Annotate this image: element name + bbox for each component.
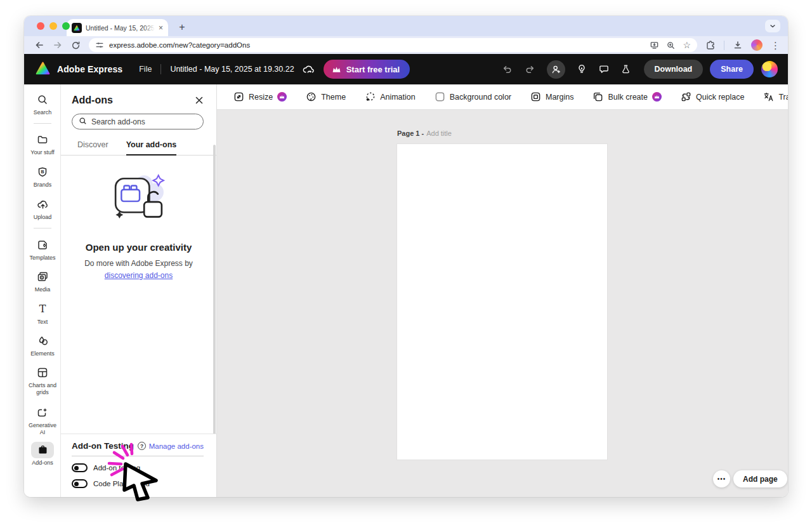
window-controls[interactable] (37, 22, 70, 30)
document-page[interactable] (397, 144, 607, 460)
margins-button[interactable]: Margins (530, 91, 573, 102)
add-page-button[interactable]: Add page (733, 470, 787, 487)
page-label[interactable]: Page 1 -Add title (397, 129, 452, 137)
maximize-window-button[interactable] (62, 22, 70, 30)
text-icon: T (33, 302, 52, 316)
divider (72, 456, 204, 456)
sidebar-item-your-stuff[interactable]: Your stuff (24, 133, 61, 156)
sidebar-item-text[interactable]: T Text (24, 302, 61, 326)
url-text[interactable]: express.adobe.com/new?category=addOns (109, 41, 645, 49)
premium-crown-icon (652, 92, 662, 102)
folder-icon (33, 133, 52, 147)
tab-search-chevron-icon[interactable] (765, 20, 780, 32)
account-avatar[interactable] (761, 61, 778, 77)
browser-profile-avatar[interactable] (751, 39, 763, 51)
tab-strip: Untitled - May 15, 2025 at 19.30.22 × + (24, 16, 788, 36)
background-color-button[interactable]: Background color (435, 91, 511, 102)
site-info-icon[interactable] (95, 41, 104, 50)
tab-discover[interactable]: Discover (77, 140, 108, 155)
brand-shield-icon: B (33, 165, 52, 179)
undo-icon[interactable] (501, 63, 513, 76)
manage-add-ons-link[interactable]: Manage add-ons (149, 442, 204, 450)
svg-text:B: B (41, 169, 44, 174)
forward-icon[interactable] (53, 40, 63, 50)
canvas-area[interactable]: Page 1 -Add title ••• Add page (217, 110, 788, 497)
media-icon (33, 270, 52, 284)
elements-shapes-icon (33, 334, 52, 348)
page-more-options-button[interactable]: ••• (713, 470, 730, 487)
add-ons-icon (31, 442, 54, 458)
browser-tab[interactable]: Untitled - May 15, 2025 at 19.30.22 × (67, 19, 168, 36)
bookmark-star-icon[interactable]: ☆ (683, 41, 691, 50)
background-color-swatch-icon (435, 91, 445, 102)
sidebar-item-add-ons[interactable]: Add-ons (24, 442, 61, 467)
document-title[interactable]: Untitled - May 15, 2025 at 19.30.22 (170, 65, 294, 74)
resize-button[interactable]: Resize (233, 91, 287, 102)
quick-replace-icon (681, 91, 691, 102)
bulk-create-icon (593, 91, 603, 102)
left-rail: Search Your stuff B Brands Upload Templa… (24, 84, 61, 497)
bulk-create-button[interactable]: Bulk create (593, 91, 662, 102)
start-free-trial-button[interactable]: Start free trial (324, 60, 410, 79)
app-header: Adobe Express File Untitled - May 15, 20… (24, 54, 788, 84)
resize-icon (233, 91, 244, 102)
invite-people-icon[interactable] (547, 60, 565, 79)
minimize-window-button[interactable] (49, 22, 57, 30)
premium-crown-icon (277, 92, 287, 102)
animation-button[interactable]: Animation (365, 91, 416, 102)
sidebar-item-upload[interactable]: Upload (24, 197, 61, 221)
zoom-page-icon[interactable] (666, 41, 676, 50)
page-title-placeholder: Add title (426, 129, 452, 137)
close-panel-icon[interactable] (195, 96, 204, 105)
quick-replace-button[interactable]: Quick replace (681, 91, 744, 102)
address-bar[interactable]: express.adobe.com/new?category=addOns ☆ (89, 38, 697, 52)
close-window-button[interactable] (37, 22, 44, 30)
translate-button[interactable]: Translate NEW (763, 91, 788, 102)
code-playground-toggle[interactable] (72, 479, 88, 488)
sidebar-item-elements[interactable]: Elements (24, 334, 61, 357)
theme-icon (306, 91, 317, 102)
sidebar-item-search[interactable]: Search (24, 93, 61, 116)
sidebar-item-media[interactable]: Media (24, 270, 61, 293)
info-icon[interactable]: ? (138, 442, 146, 450)
comment-icon[interactable] (598, 63, 610, 75)
tab-your-add-ons[interactable]: Your add-ons (126, 140, 177, 156)
reload-icon[interactable] (71, 41, 81, 50)
add-ons-search[interactable] (72, 114, 204, 129)
add-ons-illustration (106, 171, 172, 225)
toggle-row-add-on-testing: Add-on testing (72, 463, 204, 472)
brand-name: Adobe Express (57, 64, 122, 74)
browser-menu-kebab-icon[interactable]: ⋮ (771, 41, 780, 50)
redo-icon[interactable] (524, 63, 536, 76)
rail-divider (34, 123, 51, 124)
tab-close-icon[interactable]: × (159, 23, 163, 32)
install-app-icon[interactable] (650, 41, 659, 50)
beta-flask-icon[interactable] (620, 64, 631, 75)
back-icon[interactable] (34, 40, 44, 50)
panel-tabs: Discover Your add-ons (61, 140, 216, 156)
search-input[interactable] (91, 117, 197, 126)
templates-icon (33, 238, 52, 252)
sidebar-item-brands[interactable]: B Brands (24, 165, 61, 189)
downloads-icon[interactable] (733, 40, 743, 50)
rail-divider (34, 228, 51, 229)
theme-button[interactable]: Theme (306, 91, 346, 102)
crown-icon (332, 66, 341, 73)
download-button[interactable]: Download (644, 60, 704, 79)
sidebar-item-generative-ai[interactable]: Generative AI (24, 406, 61, 437)
adobe-express-logo[interactable] (36, 61, 50, 78)
new-tab-button[interactable]: + (176, 22, 188, 33)
file-menu[interactable]: File (139, 65, 152, 74)
empty-state: Open up your creativity Do more with Ado… (61, 171, 216, 281)
lightbulb-icon[interactable] (576, 63, 587, 75)
sidebar-item-templates[interactable]: Templates (24, 238, 61, 262)
discover-add-ons-link[interactable]: discovering add-ons (105, 271, 173, 280)
share-button[interactable]: Share (710, 60, 754, 79)
extensions-puzzle-icon[interactable] (705, 40, 716, 50)
sidebar-item-charts-grids[interactable]: Charts and grids (24, 366, 61, 397)
svg-text:T: T (39, 303, 46, 315)
panel-title: Add-ons (72, 95, 113, 106)
toggle-row-code-playground: Code Playground (72, 479, 204, 488)
add-on-testing-toggle[interactable] (72, 463, 88, 472)
document-toolbar: Resize Theme Animation Background color (217, 84, 788, 110)
